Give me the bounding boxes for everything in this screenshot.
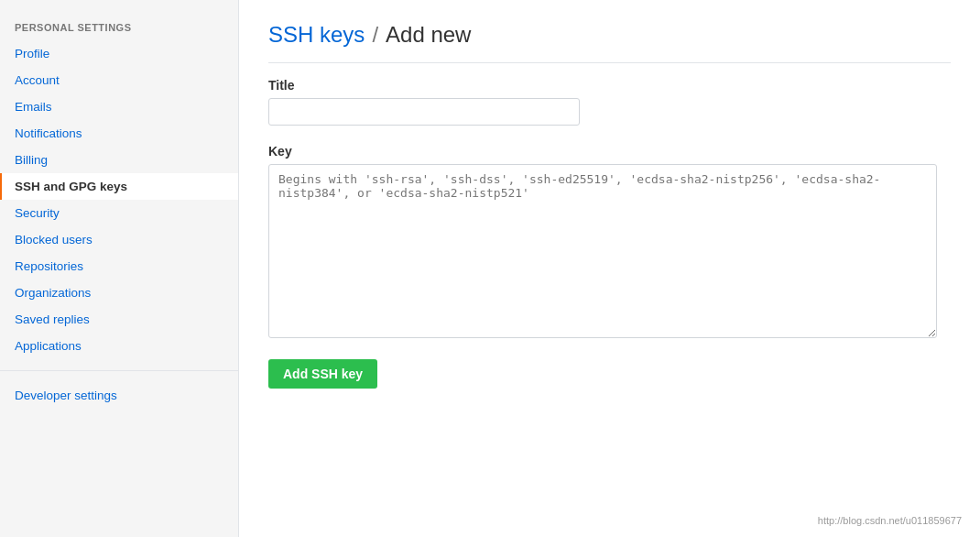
sidebar-link-repositories[interactable]: Repositories — [0, 253, 238, 279]
sidebar: Personal settings Profile Account Emails… — [0, 0, 238, 537]
sidebar-nav-developer: Developer settings — [0, 382, 238, 409]
sidebar-link-blocked-users[interactable]: Blocked users — [0, 226, 238, 253]
sidebar-link-saved-replies[interactable]: Saved replies — [0, 306, 238, 333]
sidebar-item-notifications[interactable]: Notifications — [0, 120, 238, 147]
sidebar-link-ssh-gpg-keys[interactable]: SSH and GPG keys — [0, 173, 238, 200]
sidebar-item-ssh-gpg-keys[interactable]: SSH and GPG keys — [0, 173, 238, 200]
sidebar-link-security[interactable]: Security — [0, 200, 238, 226]
key-form-group: Key — [268, 144, 951, 341]
title-input[interactable] — [268, 98, 580, 126]
sidebar-item-profile[interactable]: Profile — [0, 40, 238, 67]
sidebar-link-developer-settings[interactable]: Developer settings — [0, 382, 238, 409]
sidebar-nav: Profile Account Emails Notifications Bil… — [0, 40, 238, 359]
sidebar-item-organizations[interactable]: Organizations — [0, 279, 238, 306]
sidebar-link-organizations[interactable]: Organizations — [0, 279, 238, 306]
sidebar-item-repositories[interactable]: Repositories — [0, 253, 238, 279]
sidebar-item-blocked-users[interactable]: Blocked users — [0, 226, 238, 253]
main-content: SSH keys / Add new Title Key Add SSH key — [238, 0, 980, 537]
current-page-title: Add new — [386, 22, 471, 48]
sidebar-link-account[interactable]: Account — [0, 67, 238, 93]
sidebar-link-billing[interactable]: Billing — [0, 147, 238, 173]
breadcrumb-link[interactable]: SSH keys — [268, 22, 365, 48]
key-label: Key — [268, 144, 951, 159]
sidebar-item-developer-settings[interactable]: Developer settings — [0, 382, 238, 409]
watermark: http://blog.csdn.net/u011859677 — [818, 515, 962, 526]
sidebar-divider — [0, 370, 238, 371]
sidebar-item-applications[interactable]: Applications — [0, 333, 238, 359]
sidebar-item-account[interactable]: Account — [0, 67, 238, 93]
sidebar-item-saved-replies[interactable]: Saved replies — [0, 306, 238, 333]
title-label: Title — [268, 78, 951, 93]
breadcrumb-separator: / — [372, 22, 378, 48]
title-form-group: Title — [268, 78, 951, 126]
sidebar-item-emails[interactable]: Emails — [0, 93, 238, 120]
sidebar-section-header: Personal settings — [0, 15, 238, 40]
key-textarea[interactable] — [268, 164, 937, 338]
sidebar-link-applications[interactable]: Applications — [0, 333, 238, 359]
sidebar-link-notifications[interactable]: Notifications — [0, 120, 238, 147]
add-ssh-key-button[interactable]: Add SSH key — [268, 359, 377, 389]
sidebar-item-security[interactable]: Security — [0, 200, 238, 226]
page-header: SSH keys / Add new — [268, 22, 951, 63]
sidebar-item-billing[interactable]: Billing — [0, 147, 238, 173]
sidebar-link-profile[interactable]: Profile — [0, 40, 238, 67]
sidebar-link-emails[interactable]: Emails — [0, 93, 238, 120]
